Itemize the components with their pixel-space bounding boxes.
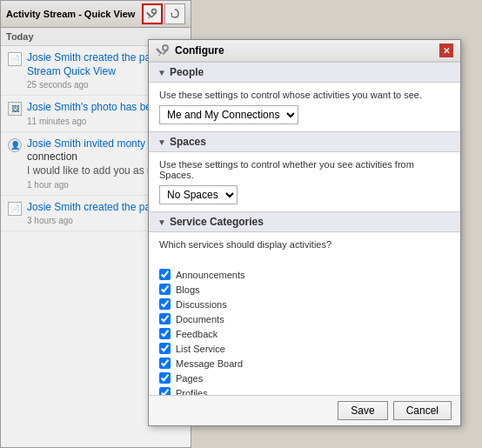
announcements-checkbox[interactable]: [159, 269, 171, 280]
service-label: Documents: [176, 314, 224, 324]
list-item: Message Board: [159, 356, 450, 371]
configure-dialog: Configure ✕ ▼ People Use these settings …: [148, 39, 461, 426]
svg-rect-1: [146, 12, 151, 17]
service-label: Pages: [176, 373, 203, 384]
people-section-body: Use these settings to control whose acti…: [149, 83, 460, 131]
list-item: Feedback: [159, 326, 450, 341]
service-list: Announcements Blogs Discussions Document…: [149, 262, 460, 395]
list-item: Profiles: [159, 385, 450, 395]
service-label: Feedback: [176, 329, 218, 339]
activity-link[interactable]: Josie Smith created the page Stream Quic…: [27, 51, 162, 77]
blogs-checkbox[interactable]: [159, 284, 171, 295]
people-dropdown[interactable]: Me and My Connections Everyone Only Me: [159, 105, 298, 124]
service-categories-chevron-icon: ▼: [157, 217, 166, 227]
spaces-select-row: No Spaces All Spaces My Spaces: [159, 185, 450, 204]
activity-link[interactable]: Josie Smith created the page: [27, 201, 162, 213]
page-icon: 📄: [8, 52, 22, 66]
service-label: List Service: [176, 344, 225, 354]
list-item: Blogs: [159, 282, 450, 297]
configure-toolbar-button[interactable]: [142, 3, 163, 24]
spaces-section-label: Spaces: [170, 136, 206, 148]
svg-point-7: [163, 45, 168, 50]
user-icon: 👤: [8, 138, 22, 152]
svg-rect-6: [156, 48, 162, 54]
list-item: Discussions: [159, 297, 450, 311]
refresh-icon: [169, 8, 181, 20]
service-label: Profiles: [176, 388, 208, 396]
message-board-checkbox[interactable]: [159, 358, 171, 369]
svg-marker-5: [158, 54, 160, 56]
dialog-body: ▼ People Use these settings to control w…: [149, 62, 460, 395]
people-description: Use these settings to control whose acti…: [159, 90, 450, 100]
photo-icon: 🖼: [8, 102, 22, 116]
list-item: Announcements: [159, 267, 450, 282]
service-label: Message Board: [176, 358, 243, 369]
configure-icon: [156, 43, 170, 57]
spaces-chevron-icon: ▼: [157, 137, 166, 147]
documents-checkbox[interactable]: [159, 313, 171, 324]
spaces-description: Use these settings to control whether yo…: [159, 159, 450, 180]
dialog-footer: Save Cancel: [149, 395, 460, 425]
discussions-checkbox[interactable]: [159, 298, 171, 310]
service-label: Announcements: [176, 270, 245, 280]
pages-checkbox[interactable]: [159, 372, 171, 384]
service-label: Discussions: [176, 299, 227, 310]
list-item: Pages: [159, 371, 450, 385]
dialog-close-button[interactable]: ✕: [439, 43, 453, 57]
dialog-header: Configure ✕: [149, 40, 460, 62]
cancel-button[interactable]: Cancel: [393, 401, 452, 420]
activity-stream-header: Activity Stream - Quick View: [1, 1, 191, 28]
save-button[interactable]: Save: [338, 401, 387, 420]
feedback-checkbox[interactable]: [159, 328, 171, 339]
wrench-icon: [146, 8, 158, 20]
service-categories-section-label: Service Categories: [170, 216, 264, 228]
activity-link[interactable]: Josie Smith's photo has been: [27, 101, 163, 113]
page-icon: 📄: [8, 202, 22, 216]
dialog-title: Configure: [175, 44, 434, 57]
list-item: Documents: [159, 311, 450, 326]
list-item: List Service: [159, 341, 450, 356]
service-categories-section-header: ▼ Service Categories: [149, 211, 460, 232]
profiles-checkbox[interactable]: [159, 387, 171, 395]
service-categories-description: Which services should display activities…: [159, 239, 450, 250]
service-label: Blogs: [176, 284, 200, 295]
people-section-label: People: [170, 66, 204, 78]
activity-stream-title: Activity Stream - Quick View: [6, 9, 138, 19]
spaces-dropdown[interactable]: No Spaces All Spaces My Spaces: [159, 185, 238, 204]
people-select-row: Me and My Connections Everyone Only Me: [159, 105, 450, 124]
svg-marker-4: [171, 12, 172, 16]
service-categories-section-body: Which services should display activities…: [149, 232, 460, 262]
as-toolbar: [142, 3, 185, 24]
spaces-section-body: Use these settings to control whether yo…: [149, 152, 460, 211]
svg-marker-0: [148, 17, 150, 18]
activity-link[interactable]: Josie Smith invited: [27, 137, 117, 150]
people-chevron-icon: ▼: [157, 68, 166, 77]
spaces-section-header: ▼ Spaces: [149, 131, 460, 152]
refresh-toolbar-button[interactable]: [164, 3, 185, 24]
people-section-header: ▼ People: [149, 62, 460, 83]
list-service-checkbox[interactable]: [159, 343, 171, 354]
